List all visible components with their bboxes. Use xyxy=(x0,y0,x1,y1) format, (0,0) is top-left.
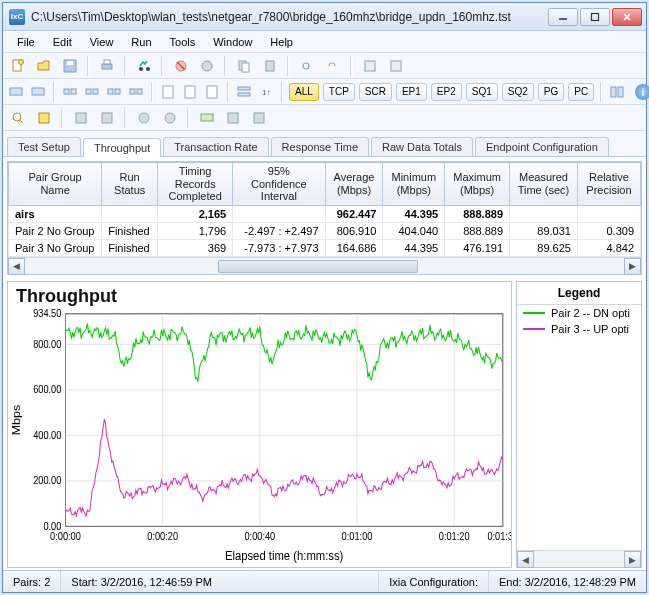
svg-text:800.00: 800.00 xyxy=(33,338,62,350)
menu-view[interactable]: View xyxy=(82,34,122,50)
svg-rect-17 xyxy=(266,61,274,71)
svg-rect-42 xyxy=(102,113,112,123)
col-average[interactable]: Average (Mbps) xyxy=(325,163,383,206)
script-icon-2[interactable] xyxy=(181,81,199,103)
tool-icon-1[interactable] xyxy=(359,55,381,77)
pair-icon-1[interactable] xyxy=(61,81,79,103)
filter-pc-button[interactable]: PC xyxy=(568,83,594,101)
legend-scrollbar[interactable]: ◀ ▶ xyxy=(517,550,641,567)
close-button[interactable] xyxy=(612,8,642,26)
tool3-icon-6[interactable] xyxy=(159,107,181,129)
svg-point-38 xyxy=(13,113,21,121)
table-row-total[interactable]: airs 2,165 962.447 44.395 888.889 xyxy=(9,205,641,222)
table-row[interactable]: Pair 2 No Group Finished 1,796 -2.497 : … xyxy=(9,222,641,239)
chart-pane: Throughput 0.00200.00400.00600.00800.009… xyxy=(7,281,512,568)
unchain-icon[interactable] xyxy=(322,55,344,77)
filter-ep2-button[interactable]: EP2 xyxy=(431,83,462,101)
col-pair-group[interactable]: Pair Group Name xyxy=(9,163,102,206)
info-icon[interactable]: i xyxy=(634,81,649,103)
group-icon-1[interactable] xyxy=(235,81,253,103)
tab-throughput[interactable]: Throughput xyxy=(83,138,161,157)
col-timing-records[interactable]: Timing Records Completed xyxy=(158,163,233,206)
grid-horizontal-scrollbar[interactable]: ◀ ▶ xyxy=(8,257,641,274)
tool-icon-2[interactable] xyxy=(385,55,407,77)
tab-response-time[interactable]: Response Time xyxy=(271,137,369,156)
cell: 0.309 xyxy=(577,222,640,239)
open-file-icon[interactable] xyxy=(33,55,55,77)
endpoint-icon-1[interactable] xyxy=(7,81,25,103)
tab-endpoint-config[interactable]: Endpoint Configuration xyxy=(475,137,609,156)
run-icon[interactable] xyxy=(133,55,155,77)
legend-item[interactable]: Pair 2 -- DN opti xyxy=(517,305,641,321)
stop-icon[interactable] xyxy=(170,55,192,77)
menu-edit[interactable]: Edit xyxy=(45,34,80,50)
pair-icon-3[interactable] xyxy=(105,81,123,103)
throughput-chart[interactable]: 0.00200.00400.00600.00800.00934.500:00:0… xyxy=(8,307,511,567)
search-icon[interactable] xyxy=(7,107,29,129)
menu-file[interactable]: File xyxy=(9,34,43,50)
col-measured[interactable]: Measured Time (sec) xyxy=(510,163,578,206)
menu-help[interactable]: Help xyxy=(262,34,301,50)
paste-icon[interactable] xyxy=(259,55,281,77)
cell: 888.889 xyxy=(445,205,510,222)
col-minimum[interactable]: Minimum (Mbps) xyxy=(383,163,445,206)
scroll-left-icon[interactable]: ◀ xyxy=(517,551,534,568)
scroll-thumb[interactable] xyxy=(218,260,418,273)
filter-tcp-button[interactable]: TCP xyxy=(323,83,355,101)
table-row[interactable]: Pair 3 No Group Finished 369 -7.973 : +7… xyxy=(9,239,641,256)
tool3-icon-8[interactable] xyxy=(222,107,244,129)
tool3-icon-9[interactable] xyxy=(248,107,270,129)
col-relative[interactable]: Relative Precision xyxy=(577,163,640,206)
menu-tools[interactable]: Tools xyxy=(162,34,204,50)
tool3-icon-4[interactable] xyxy=(96,107,118,129)
svg-rect-9 xyxy=(104,60,110,64)
group-icon-2[interactable]: 1↑ xyxy=(257,81,275,103)
col-run-status[interactable]: Run Status xyxy=(102,163,158,206)
window-arrange-icon[interactable] xyxy=(608,81,626,103)
script-icon-3[interactable] xyxy=(203,81,221,103)
svg-line-39 xyxy=(20,120,23,123)
save-icon[interactable] xyxy=(59,55,81,77)
toolbar-separator xyxy=(187,108,190,128)
chain-icon[interactable] xyxy=(296,55,318,77)
filter-all-button[interactable]: ALL xyxy=(289,83,319,101)
filter-pg-button[interactable]: PG xyxy=(538,83,564,101)
cell: 44.395 xyxy=(383,239,445,256)
status-start: Start: 3/2/2016, 12:46:59 PM xyxy=(61,571,379,592)
pair-icon-2[interactable] xyxy=(83,81,101,103)
new-file-icon[interactable] xyxy=(7,55,29,77)
cell: 1,796 xyxy=(158,222,233,239)
tab-test-setup[interactable]: Test Setup xyxy=(7,137,81,156)
scroll-right-icon[interactable]: ▶ xyxy=(624,258,641,275)
filter-sq1-button[interactable]: SQ1 xyxy=(466,83,498,101)
tool3-icon-7[interactable] xyxy=(196,107,218,129)
copy-icon[interactable] xyxy=(233,55,255,77)
svg-text:0:01:00: 0:01:00 xyxy=(342,530,373,542)
tab-raw-data-totals[interactable]: Raw Data Totals xyxy=(371,137,473,156)
menu-window[interactable]: Window xyxy=(205,34,260,50)
tool3-icon-5[interactable] xyxy=(133,107,155,129)
tool3-icon-3[interactable] xyxy=(70,107,92,129)
tab-transaction-rate[interactable]: Transaction Rate xyxy=(163,137,268,156)
tool3-icon-2[interactable] xyxy=(33,107,55,129)
menu-run[interactable]: Run xyxy=(123,34,159,50)
legend-item[interactable]: Pair 3 -- UP opti xyxy=(517,321,641,337)
scroll-left-icon[interactable]: ◀ xyxy=(8,258,25,275)
col-confidence[interactable]: 95% Confidence Interval xyxy=(233,163,325,206)
pause-icon[interactable] xyxy=(196,55,218,77)
maximize-button[interactable] xyxy=(580,8,610,26)
col-maximum[interactable]: Maximum (Mbps) xyxy=(445,163,510,206)
toolbar-separator xyxy=(87,56,90,76)
minimize-button[interactable] xyxy=(548,8,578,26)
filter-ep1-button[interactable]: EP1 xyxy=(396,83,427,101)
menu-file-label: File xyxy=(17,36,35,48)
svg-rect-23 xyxy=(71,89,76,94)
endpoint-icon-2[interactable] xyxy=(29,81,47,103)
print-icon[interactable] xyxy=(96,55,118,77)
scroll-right-icon[interactable]: ▶ xyxy=(624,551,641,568)
pair-icon-4[interactable] xyxy=(127,81,145,103)
filter-scr-button[interactable]: SCR xyxy=(359,83,392,101)
cell: Pair 2 No Group xyxy=(9,222,102,239)
filter-sq2-button[interactable]: SQ2 xyxy=(502,83,534,101)
script-icon-1[interactable] xyxy=(159,81,177,103)
